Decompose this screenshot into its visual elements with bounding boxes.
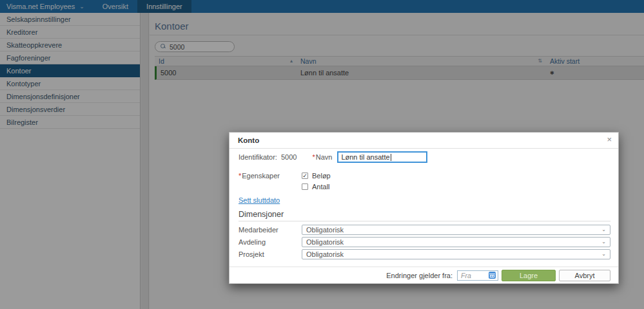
required-marker: * [239,172,241,180]
dimensjoner-divider [239,221,610,221]
checkbox-checked-icon: ✓ [302,173,308,179]
navn-field-value: Lønn til ansatte [341,153,389,161]
belop-label: Beløp [312,172,331,180]
avdeling-select-value: Obligatorisk [306,238,344,246]
egenskaper-label-row: *Egenskaper [239,172,280,180]
checkbox-antall[interactable]: Antall [302,181,331,192]
avdeling-select[interactable]: Obligatorisk ⌄ [302,237,610,247]
chevron-down-icon: ⌄ [601,227,606,232]
close-icon[interactable]: × [607,135,612,144]
dimensjoner-section-title: Dimensjoner [239,210,284,219]
prosjekt-label: Prosjekt [239,250,302,258]
effective-from-date-field[interactable]: Fra [457,270,498,281]
checkbox-belop[interactable]: ✓ Beløp [302,170,331,181]
medarbeider-select[interactable]: Obligatorisk ⌄ [302,225,610,235]
calendar-icon[interactable] [489,272,496,279]
prosjekt-select-value: Obligatorisk [306,250,344,258]
chevron-down-icon: ⌄ [601,239,606,245]
identifikator-label: Identifikator: [239,153,277,161]
checkbox-unchecked-icon [302,183,308,190]
date-placeholder: Fra [461,272,486,279]
identifikator-value: 5000 [281,153,297,161]
text-caret [391,154,391,161]
konto-dialog: Konto × Identifikator: 5000 *Navn Lønn t… [229,132,619,284]
save-button[interactable]: Lagre [502,270,556,281]
dialog-footer: Endringer gjelder fra: Fra Lagre Avbryt [229,267,618,283]
chevron-down-icon: ⌄ [601,251,606,257]
app-window: Visma.net Employees ⌄ Oversikt Innstilli… [0,0,644,309]
egenskaper-options: ✓ Beløp Antall [302,170,331,192]
prosjekt-select[interactable]: Obligatorisk ⌄ [302,249,610,259]
egenskaper-label: Egenskaper [242,172,280,180]
navn-label: Navn [316,153,333,161]
antall-label: Antall [312,183,330,191]
required-marker: * [312,153,315,161]
cancel-button[interactable]: Avbryt [559,270,610,281]
effective-from-label: Endringer gjelder fra: [386,272,453,279]
dialog-header: Konto [229,133,618,149]
identifier-row: Identifikator: 5000 *Navn Lønn til ansat… [239,151,427,164]
dialog-title: Konto [238,136,259,144]
dimension-row-prosjekt: Prosjekt Obligatorisk ⌄ [239,248,610,259]
medarbeider-select-value: Obligatorisk [306,226,344,234]
avdeling-label: Avdeling [239,238,302,246]
medarbeider-label: Medarbeider [239,226,302,234]
navn-field[interactable]: Lønn til ansatte [337,151,427,163]
dimension-row-avdeling: Avdeling Obligatorisk ⌄ [239,236,610,247]
dimension-row-medarbeider: Medarbeider Obligatorisk ⌄ [239,224,610,235]
set-end-date-link[interactable]: Sett sluttdato [239,196,280,204]
